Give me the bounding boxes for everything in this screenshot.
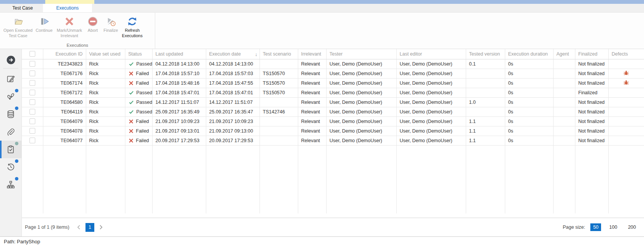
column-header-status[interactable]: Status bbox=[125, 49, 152, 59]
column-header-execution_duration[interactable]: Execution duration bbox=[505, 49, 553, 59]
cell-select[interactable] bbox=[22, 88, 43, 97]
page-size-option-100[interactable]: 100 bbox=[606, 223, 620, 231]
sidebar-item-data[interactable] bbox=[0, 105, 21, 123]
cell-irrelevant: Relevant bbox=[298, 59, 326, 69]
column-header-label: Defects bbox=[612, 51, 628, 57]
table-row[interactable]: TE064580RickPassed14.12.2017 11:51:0714.… bbox=[22, 97, 644, 107]
column-header-label: Tested version bbox=[469, 51, 500, 57]
cell-select[interactable] bbox=[22, 78, 43, 88]
cell-execution_date: 04.12.2018 14:13:00 bbox=[206, 59, 260, 69]
button-label: Open Executed Test Case bbox=[3, 28, 33, 39]
column-header-execution_id[interactable]: Execution ID bbox=[43, 49, 86, 59]
mark-unmark-irrelevant-button[interactable]: Mark/Unmark Irrelevant bbox=[55, 14, 84, 39]
column-header-label: Tester bbox=[330, 51, 343, 57]
select-all-checkbox[interactable] bbox=[30, 51, 35, 57]
cell-test_scenario bbox=[260, 126, 298, 136]
cell-select[interactable] bbox=[22, 97, 43, 107]
table-row[interactable]: TE064119RickPassed25.09.2017 16:35:4925.… bbox=[22, 107, 644, 116]
sidebar-item-edit[interactable] bbox=[0, 70, 21, 88]
table-row[interactable]: TE064079RickFailed21.09.2017 10:09:2321.… bbox=[22, 116, 644, 126]
table-row[interactable]: TE2343823RickPassed04.12.2018 14:13:0004… bbox=[22, 59, 644, 69]
refresh-executions-button[interactable]: Refresh Executions bbox=[121, 14, 144, 39]
page-number-button[interactable]: 1 bbox=[85, 223, 94, 232]
cell-select[interactable] bbox=[22, 136, 43, 145]
table-row[interactable]: TE064077RickFailed20.09.2017 17:29:5320.… bbox=[22, 136, 644, 145]
row-checkbox[interactable] bbox=[30, 80, 35, 86]
cell-last_editor: User, Demo (DemoUser) bbox=[396, 136, 466, 145]
cell-finalized: Not finalized bbox=[575, 78, 608, 88]
page-summary: Page 1 of 1 (9 items) bbox=[25, 225, 69, 230]
continue-icon bbox=[38, 15, 50, 28]
cell-tested_version: 0.1 bbox=[466, 59, 505, 69]
row-checkbox[interactable] bbox=[30, 90, 35, 95]
cell-irrelevant: Relevant bbox=[298, 116, 326, 126]
column-header-tested_version[interactable]: Tested version bbox=[466, 49, 505, 59]
column-header-select[interactable] bbox=[22, 49, 43, 59]
column-header-last_editor[interactable]: Last editor bbox=[396, 49, 466, 59]
sidebar-item-attachments[interactable] bbox=[0, 123, 21, 141]
cell-execution_date: 17.04.2018 15:47:55 bbox=[206, 78, 260, 88]
mark-unmark-irrelevant-icon bbox=[64, 15, 75, 28]
column-header-finalized[interactable]: Finalized bbox=[575, 49, 608, 59]
passed-icon bbox=[128, 109, 134, 115]
sidebar-item-expand[interactable] bbox=[0, 52, 21, 67]
table-row[interactable]: TE067172RickPassed17.04.2018 15:47:0117.… bbox=[22, 88, 644, 97]
finalize-icon bbox=[105, 15, 117, 28]
column-header-last_updated[interactable]: Last updated bbox=[152, 49, 206, 59]
cell-select[interactable] bbox=[22, 126, 43, 136]
cell-tester: User, Demo (DemoUser) bbox=[326, 126, 396, 136]
table-row[interactable]: TE067174RickFailed17.04.2018 15:48:1617.… bbox=[22, 78, 644, 88]
cell-tester: User, Demo (DemoUser) bbox=[326, 107, 396, 116]
cell-execution_date: 14.12.2017 11:51:07 bbox=[206, 97, 260, 107]
cell-execution_id: TE064079 bbox=[43, 116, 86, 126]
row-checkbox[interactable] bbox=[30, 99, 35, 105]
abort-button[interactable]: Abort bbox=[85, 14, 101, 33]
row-checkbox[interactable] bbox=[30, 118, 35, 124]
status-label: Failed bbox=[136, 80, 149, 86]
notification-dot bbox=[15, 107, 18, 110]
status-label: Failed bbox=[136, 119, 149, 124]
cell-select[interactable] bbox=[22, 107, 43, 116]
page-size-option-200[interactable]: 200 bbox=[625, 223, 639, 231]
cell-agent bbox=[553, 59, 575, 69]
sidebar-item-steps[interactable] bbox=[0, 88, 21, 105]
column-header-tester[interactable]: Tester bbox=[326, 49, 396, 59]
sidebar-item-executions[interactable] bbox=[0, 141, 21, 158]
column-header-agent[interactable]: Agent bbox=[553, 49, 575, 59]
continue-button[interactable]: Continue bbox=[34, 14, 54, 33]
table-row[interactable]: TE067176RickFailed17.04.2018 15:57:1017.… bbox=[22, 69, 644, 78]
sidebar-item-history[interactable] bbox=[0, 158, 21, 176]
next-page-button[interactable] bbox=[97, 223, 105, 231]
sidebar-item-hierarchy[interactable] bbox=[0, 176, 21, 194]
column-header-value_set_used[interactable]: Value set used bbox=[86, 49, 125, 59]
cell-select[interactable] bbox=[22, 116, 43, 126]
cell-select[interactable] bbox=[22, 59, 43, 69]
cell-execution_date: 17.04.2018 15:47:01 bbox=[206, 88, 260, 97]
column-header-execution_date[interactable]: Execution date↓ bbox=[206, 49, 260, 59]
cell-select[interactable] bbox=[22, 69, 43, 78]
status-label: Failed bbox=[136, 138, 149, 143]
column-header-label: Execution duration bbox=[508, 51, 548, 57]
cell-finalized: Not finalized bbox=[575, 126, 608, 136]
column-header-irrelevant[interactable]: Irrelevant bbox=[298, 49, 326, 59]
column-header-defects[interactable]: Defects bbox=[608, 49, 644, 59]
page-size-option-50[interactable]: 50 bbox=[590, 223, 601, 231]
cell-tester: User, Demo (DemoUser) bbox=[326, 88, 396, 97]
previous-page-button[interactable] bbox=[75, 223, 83, 231]
cell-execution_id: TE2343823 bbox=[43, 59, 86, 69]
column-header-label: Value set used bbox=[89, 51, 121, 57]
table-row[interactable]: TE064078RickFailed21.09.2017 09:13:0121.… bbox=[22, 126, 644, 136]
tab-executions[interactable]: Executions bbox=[43, 4, 92, 12]
cell-status: Passed bbox=[125, 97, 152, 107]
tab-test-case[interactable]: Test Case bbox=[2, 4, 43, 12]
open-executed-test-case-button[interactable]: Open Executed Test Case bbox=[3, 14, 33, 39]
column-header-test_scenario[interactable]: Test scenario bbox=[260, 49, 298, 59]
cell-finalized: Not finalized bbox=[575, 116, 608, 126]
finalize-button[interactable]: Finalize bbox=[102, 14, 120, 33]
row-checkbox[interactable] bbox=[30, 138, 35, 143]
row-checkbox[interactable] bbox=[30, 128, 35, 134]
row-checkbox[interactable] bbox=[30, 61, 35, 67]
row-checkbox[interactable] bbox=[30, 71, 35, 76]
ribbon-tab-bar: Test Case Executions bbox=[0, 4, 644, 13]
row-checkbox[interactable] bbox=[30, 109, 35, 115]
